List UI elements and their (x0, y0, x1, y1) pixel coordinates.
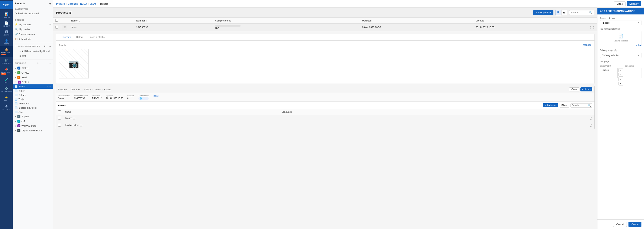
transfer-all-left-button[interactable]: « (618, 82, 623, 86)
nav-item-test[interactable]: 🧪 TEST (0, 76, 13, 85)
sidebar-item-trojer[interactable]: Trøjer (13, 97, 53, 102)
manage-link[interactable]: Manage (583, 44, 592, 46)
sidebar-item-shared-queries[interactable]: 🔗 Shared queries (13, 32, 53, 36)
tab-details[interactable]: Details (74, 34, 86, 40)
nav-label-integration: INTEGRATION (1, 91, 12, 92)
sidebar-item-nelly[interactable]: ▼ N NELLY (13, 80, 53, 84)
nav-item-assets[interactable]: 🖼 ASSETS (0, 28, 13, 38)
collapse-button[interactable]: ◀ (49, 2, 51, 5)
camera-icon-wrapper: 📷 (59, 49, 89, 78)
sidebar-item-bikes[interactable]: ▶ B BIKES (13, 66, 53, 70)
select-all-checkbox[interactable] (55, 19, 58, 22)
table-row[interactable]: 🖼 Jeans 234568790 N/A 20 okt 2023 10:55 (53, 24, 597, 31)
breadcrumb-products[interactable]: Products (56, 2, 65, 5)
nav-item-commerce[interactable]: 🛒 COMMERCE (0, 57, 13, 66)
nav-item-users[interactable]: 👤 USERS (0, 38, 13, 46)
sidebar-item-label-cykel: CYKEL (22, 72, 29, 74)
transfer-left-button[interactable]: ‹ (618, 73, 623, 76)
nav-item-insights[interactable]: 📊 INSIGHTS (0, 11, 13, 20)
sidebar-item-all-bikes[interactable]: ≡ All Bikes - sorted by Brand (13, 49, 53, 54)
cancel-button[interactable]: Cancel (613, 222, 627, 227)
inner-bc-jeans[interactable]: Jeans (94, 88, 100, 91)
right-panel-body: Assets category Images File media multis… (598, 14, 644, 220)
sidebar-item-test[interactable]: ≡ test (13, 54, 53, 58)
transfer-right-button[interactable]: › (618, 68, 623, 72)
logo[interactable]: DynamicWeb (0, 1, 13, 9)
row-more-icon[interactable]: ⋮⋮ (589, 26, 595, 29)
na-badge: N/A (153, 94, 159, 97)
list-view-button[interactable]: ☰ (556, 10, 561, 15)
col-name[interactable]: Name ▲ (69, 18, 134, 24)
row-name-cell[interactable]: Jeans (69, 24, 134, 31)
nav-item-products[interactable]: 📦 PRODUCTS BETA (0, 46, 13, 57)
inner-bc-nelly[interactable]: NELLY (84, 88, 91, 91)
sidebar-item-all-products[interactable]: 📋 All products (13, 36, 53, 42)
nav-item-integration[interactable]: 🔗 INTEGRATION (0, 85, 13, 94)
add-file-link[interactable]: + Add (600, 44, 642, 46)
close-button[interactable]: Close (614, 2, 626, 6)
sidebar-item-products-dashboard[interactable]: ⊙ Products dashboard (13, 11, 53, 16)
sidebar-item-sko[interactable]: Sko (13, 110, 53, 114)
images-info-icon[interactable]: i (73, 117, 75, 120)
product-details-info-icon[interactable]: i (80, 124, 82, 126)
sidebar-item-cykel[interactable]: ▶ C CYKEL (13, 70, 53, 75)
nav-item-apps[interactable]: ⚡ APPS (0, 94, 13, 103)
group-checkbox-product-details[interactable] (58, 124, 61, 126)
sidebar-item-hm[interactable]: ▶ H H&M (13, 75, 53, 80)
breadcrumb-channels[interactable]: Channels (68, 2, 78, 5)
query-actions[interactable]: ··· (49, 23, 51, 26)
row-checkbox[interactable] (55, 26, 58, 28)
group-checkbox-images[interactable] (58, 117, 61, 120)
detail-content: Assets Manage 📷 (56, 40, 594, 84)
inner-bc-products[interactable]: Products (58, 88, 67, 91)
sidebar-item-ch1[interactable]: ▶ c ch1 (13, 119, 53, 124)
sidebar-item-digital-assets[interactable]: ▶ D Digital Assets Portal (13, 128, 53, 133)
inner-close-button[interactable]: Close (569, 88, 579, 92)
nav-item-content[interactable]: 📄 CONTENT (0, 20, 13, 28)
breadcrumb-sep-2: › (79, 2, 80, 5)
group-expand-product-details[interactable]: ⌄ ··· (590, 123, 592, 128)
channel-add[interactable]: + (37, 62, 38, 65)
sidebar-item-jeans[interactable]: □ Jeans + ··· (13, 84, 53, 89)
jeans-item-actions[interactable]: + ··· (47, 86, 51, 88)
sidebar-item-blazere[interactable]: Blazere og Jakker (13, 106, 53, 110)
workspace-more[interactable]: ··· (49, 45, 51, 48)
actions-button[interactable]: Actions ▾ (627, 1, 641, 6)
primary-image-info-icon[interactable]: i (614, 49, 617, 52)
blazere-folder-icon (15, 106, 18, 109)
tab-overview[interactable]: Overview (59, 34, 74, 40)
create-button[interactable]: Create (628, 222, 642, 227)
nav-item-settings[interactable]: ⚙ SETTINGS (0, 103, 13, 112)
row-actions-cell[interactable]: ⋮⋮ (587, 24, 597, 31)
grid-view-button[interactable]: ⊞ (562, 10, 567, 15)
assets-category-section: Assets category Images (600, 17, 642, 25)
sidebar-item-my-queries[interactable]: 🔍 My queries (13, 27, 53, 32)
filters-button[interactable]: Filters (560, 103, 569, 108)
integration-icon: 🔗 (5, 87, 8, 90)
file-nothing-label: Nothing selected (614, 40, 628, 42)
breadcrumb-jeans[interactable]: Jeans (90, 2, 96, 5)
breadcrumb-nelly[interactable]: NELLY (80, 2, 88, 5)
sidebar-item-webwardrobe[interactable]: ▶ W WebWardrobe (13, 124, 53, 128)
sidebar-item-bukser[interactable]: Bukser (13, 93, 53, 97)
sidebar-item-my-favorites[interactable]: ⭐ My favorites ··· (13, 22, 53, 27)
inner-bc-channels[interactable]: Channels (70, 88, 80, 91)
assets-category-select[interactable]: Images (600, 20, 642, 25)
tab-prices[interactable]: Prices & stocks (86, 34, 107, 40)
search-input[interactable] (571, 11, 588, 14)
sidebar-item-kjoler[interactable]: Kjoler (13, 89, 53, 93)
inner-search-input[interactable] (572, 104, 587, 106)
sidebar-item-nederdele[interactable]: Nederdele (13, 102, 53, 106)
nav-item-marketing[interactable]: 📣 MARKETING BETA (0, 66, 13, 76)
channel-more[interactable]: ··· (49, 62, 51, 64)
new-product-button[interactable]: + New product (533, 10, 554, 15)
transfer-all-right-button[interactable]: » (618, 77, 623, 81)
primary-image-select[interactable]: Nothing selected (600, 53, 642, 58)
add-asset-button[interactable]: + Add asset (543, 103, 558, 108)
col-number[interactable]: Number ↕ (134, 18, 213, 24)
inner-actions-button[interactable]: Actions ▾ (580, 88, 592, 92)
group-expand-images[interactable]: ⌄ ··· (590, 116, 592, 120)
sidebar-item-pilgrim[interactable]: ▶ P Pilgrim (13, 114, 53, 119)
inner-select-all[interactable] (58, 110, 61, 113)
workspace-add[interactable]: + (44, 45, 45, 48)
